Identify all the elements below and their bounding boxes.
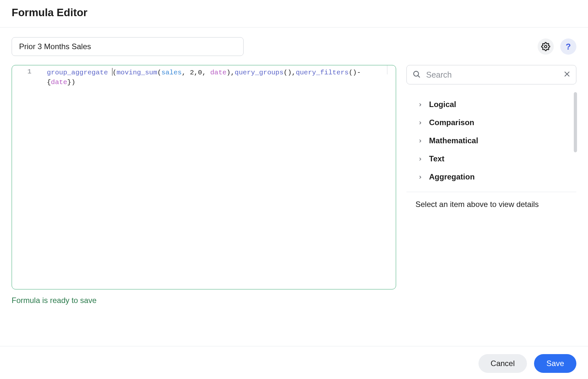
code-line-2: {date}) [47, 78, 393, 87]
category-label: Comparison [429, 118, 474, 127]
search-icon [412, 70, 421, 80]
chevron-right-icon [418, 172, 423, 181]
help-button[interactable]: ? [560, 38, 576, 55]
name-row [12, 37, 396, 56]
help-icon: ? [566, 42, 571, 52]
category-label: Text [429, 154, 445, 163]
formula-name-input[interactable] [12, 37, 244, 56]
line-gutter: 1 [12, 65, 47, 289]
toolbar-icons: ? [406, 37, 576, 56]
search-input[interactable] [406, 65, 576, 84]
clear-search-button[interactable] [563, 70, 571, 79]
svg-line-2 [418, 76, 420, 77]
category-aggregation[interactable]: Aggregation [406, 168, 576, 186]
cancel-button[interactable]: Cancel [478, 354, 527, 373]
chevron-right-icon [418, 154, 423, 163]
category-label: Logical [429, 100, 456, 109]
category-list: Logical Comparison Mathematical Text [406, 91, 576, 192]
ruler-line [387, 65, 387, 74]
content-area: 1 group_aggregate (moving_sum(sales, 2,0… [0, 27, 588, 305]
category-text[interactable]: Text [406, 150, 576, 168]
footer-bar: Cancel Save [0, 346, 588, 379]
category-mathematical[interactable]: Mathematical [406, 132, 576, 150]
category-label: Aggregation [429, 172, 475, 181]
svg-point-0 [544, 45, 547, 48]
line-number: 1 [12, 68, 47, 75]
code-area[interactable]: group_aggregate (moving_sum(sales, 2,0, … [47, 65, 396, 289]
settings-button[interactable] [538, 38, 554, 55]
editor-column: 1 group_aggregate (moving_sum(sales, 2,0… [12, 37, 396, 305]
category-comparison[interactable]: Comparison [406, 114, 576, 132]
save-button[interactable]: Save [534, 354, 576, 373]
close-icon [563, 70, 571, 78]
scrollbar[interactable] [574, 92, 577, 152]
chevron-right-icon [418, 118, 423, 127]
status-message: Formula is ready to save [12, 296, 396, 305]
page-header: Formula Editor [0, 0, 588, 27]
helper-panel: ? Logical [406, 37, 576, 305]
chevron-right-icon [418, 136, 423, 145]
category-logical[interactable]: Logical [406, 95, 576, 114]
chevron-right-icon [418, 100, 423, 109]
search-wrap [406, 65, 576, 84]
code-line-1: group_aggregate (moving_sum(sales, 2,0, … [47, 68, 393, 78]
page-title: Formula Editor [12, 6, 576, 19]
gear-icon [541, 42, 550, 51]
code-editor[interactable]: 1 group_aggregate (moving_sum(sales, 2,0… [12, 65, 396, 289]
details-hint: Select an item above to view details [406, 192, 576, 209]
category-label: Mathematical [429, 136, 478, 145]
